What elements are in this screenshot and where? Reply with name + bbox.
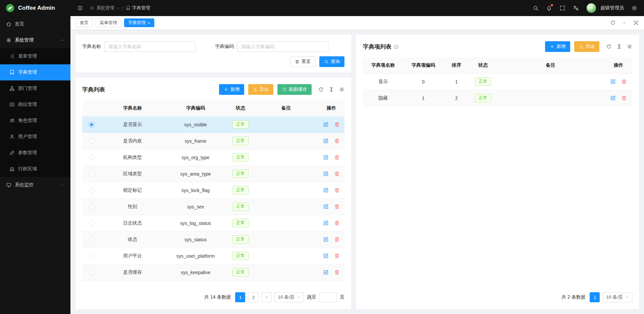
edit-icon[interactable] xyxy=(323,171,329,177)
column-height-icon[interactable] xyxy=(329,87,334,92)
edit-icon[interactable] xyxy=(610,95,616,101)
row-radio[interactable] xyxy=(89,155,94,160)
edit-icon[interactable] xyxy=(323,253,329,259)
column-height-icon[interactable] xyxy=(616,44,622,49)
table-row[interactable]: 是否显示 sys_visible 正常 xyxy=(82,116,344,133)
delete-icon[interactable] xyxy=(334,122,340,127)
page-size-select[interactable]: 10 条/页 xyxy=(603,292,632,302)
page-button-2[interactable]: 2 xyxy=(248,292,258,302)
sidebar-item-home[interactable]: 首页 xyxy=(0,16,70,32)
table-row[interactable]: 状态 sys_status 正常 xyxy=(82,231,344,248)
export-dict-button[interactable]: 导出 xyxy=(248,84,273,95)
row-radio[interactable] xyxy=(89,171,94,177)
translate-icon[interactable] xyxy=(573,5,579,11)
edit-icon[interactable] xyxy=(323,220,329,226)
delete-icon[interactable] xyxy=(334,237,340,242)
user-avatar[interactable] xyxy=(586,3,596,13)
row-radio[interactable] xyxy=(89,237,94,242)
edit-icon[interactable] xyxy=(323,122,329,127)
row-radio[interactable] xyxy=(89,221,94,226)
next-page-button[interactable] xyxy=(261,292,271,302)
table-settings-gear-icon[interactable] xyxy=(627,44,632,49)
edit-icon[interactable] xyxy=(323,187,329,193)
cell-dict-name: 状态 xyxy=(101,231,164,248)
refresh-page-icon[interactable] xyxy=(610,20,615,25)
page-button-1[interactable]: 1 xyxy=(235,292,245,302)
delete-icon[interactable] xyxy=(334,204,340,209)
tab-home[interactable]: 首页 xyxy=(76,18,93,27)
refresh-cache-button[interactable]: 刷新缓存 xyxy=(277,84,312,95)
table-row[interactable]: 日志状态 sys_log_status 正常 xyxy=(82,215,344,231)
sidebar-item-post-mgmt[interactable]: 岗位管理 xyxy=(0,97,70,113)
table-row[interactable]: 是否内嵌 sys_frame 正常 xyxy=(82,133,344,149)
sidebar-group-system-mgmt[interactable]: 系统管理 xyxy=(0,32,70,48)
row-radio[interactable] xyxy=(89,253,94,259)
sidebar-item-role-mgmt[interactable]: 角色管理 xyxy=(0,113,70,129)
table-row[interactable]: 是否缓存 sys_keepalive 正常 xyxy=(82,264,344,280)
dict-name-input[interactable] xyxy=(104,41,196,52)
table-row[interactable]: 显示 0 1 正常 xyxy=(363,73,632,90)
edit-icon[interactable] xyxy=(323,269,329,275)
search-icon[interactable] xyxy=(533,5,539,11)
collapse-sidebar-icon[interactable] xyxy=(77,5,83,11)
dict-code-input[interactable] xyxy=(237,41,328,52)
info-icon[interactable] xyxy=(394,44,399,49)
sidebar-item-dict-mgmt[interactable]: 字典管理 xyxy=(0,64,70,80)
edit-icon[interactable] xyxy=(323,138,329,144)
reload-table-icon[interactable] xyxy=(606,44,611,49)
table-row[interactable]: 隐藏 1 2 正常 xyxy=(363,90,632,106)
reload-table-icon[interactable] xyxy=(318,87,324,92)
delete-icon[interactable] xyxy=(334,138,340,144)
tab-dict-mgmt[interactable]: 字典管理 × xyxy=(124,18,154,27)
table-row[interactable]: 用户平台 sys_user_platform 正常 xyxy=(82,248,344,264)
edit-icon[interactable] xyxy=(323,237,329,242)
row-radio[interactable] xyxy=(89,204,94,209)
edit-icon[interactable] xyxy=(323,154,329,160)
jump-page-input[interactable] xyxy=(319,292,337,302)
delete-icon[interactable] xyxy=(334,269,340,275)
fullscreen-icon[interactable] xyxy=(559,5,566,11)
delete-icon[interactable] xyxy=(334,220,340,226)
export-dict-items-button[interactable]: 导出 xyxy=(574,41,599,52)
table-row[interactable]: 锁定标记 sys_lock_flag 正常 xyxy=(82,182,344,198)
reset-button[interactable]: 重置 xyxy=(290,56,315,67)
delete-icon[interactable] xyxy=(334,187,340,193)
row-radio[interactable] xyxy=(89,138,94,144)
edit-icon[interactable] xyxy=(323,204,329,209)
table-row[interactable]: 区域类型 sys_area_type 正常 xyxy=(82,166,344,182)
table-row[interactable]: 机构类型 sys_org_type 正常 xyxy=(82,149,344,166)
sidebar-item-user-mgmt[interactable]: 用户管理 xyxy=(0,129,70,145)
table-row[interactable]: 性别 sys_sex 正常 xyxy=(82,198,344,215)
page-button-1[interactable]: 1 xyxy=(590,292,600,302)
table-settings-gear-icon[interactable] xyxy=(339,87,344,92)
sidebar-item-region-mgmt[interactable]: 行政区域 xyxy=(0,161,70,177)
delete-icon[interactable] xyxy=(334,171,340,177)
delete-icon[interactable] xyxy=(334,253,340,259)
row-radio[interactable] xyxy=(89,122,94,127)
sidebar-group-system-monitor[interactable]: 系统监控 xyxy=(0,177,70,193)
query-button[interactable]: 查询 xyxy=(319,56,344,67)
delete-icon[interactable] xyxy=(621,79,627,84)
add-dict-item-button[interactable]: 新增 xyxy=(545,41,570,52)
tab-options-chevron-icon[interactable] xyxy=(622,21,627,25)
content-fullscreen-icon[interactable] xyxy=(633,20,639,25)
delete-icon[interactable] xyxy=(334,154,340,160)
notifications-button[interactable] xyxy=(546,5,552,11)
close-tab-icon[interactable]: × xyxy=(148,21,150,25)
sidebar-item-dept-mgmt[interactable]: 部门管理 xyxy=(0,80,70,97)
tab-menu-mgmt[interactable]: 菜单管理 xyxy=(96,18,121,27)
cell-dict-name: 机构类型 xyxy=(101,149,164,166)
app-logo[interactable]: Coffee Admin xyxy=(0,0,70,16)
sidebar-item-menu-mgmt[interactable]: 菜单管理 xyxy=(0,48,70,64)
row-radio[interactable] xyxy=(89,270,94,275)
username[interactable]: 超级管理员 xyxy=(600,5,624,11)
delete-icon[interactable] xyxy=(621,95,627,101)
add-dict-button[interactable]: 新增 xyxy=(219,84,244,95)
row-radio[interactable] xyxy=(89,188,94,193)
edit-icon[interactable] xyxy=(610,79,616,84)
breadcrumb: 系统管理 / 字典管理 xyxy=(90,5,150,11)
page-size-select[interactable]: 10 条/页 xyxy=(274,292,304,302)
sidebar-item-param-mgmt[interactable]: 参数管理 xyxy=(0,145,70,161)
breadcrumb-parent[interactable]: 系统管理 xyxy=(90,5,120,11)
settings-gear-icon[interactable] xyxy=(631,5,637,11)
